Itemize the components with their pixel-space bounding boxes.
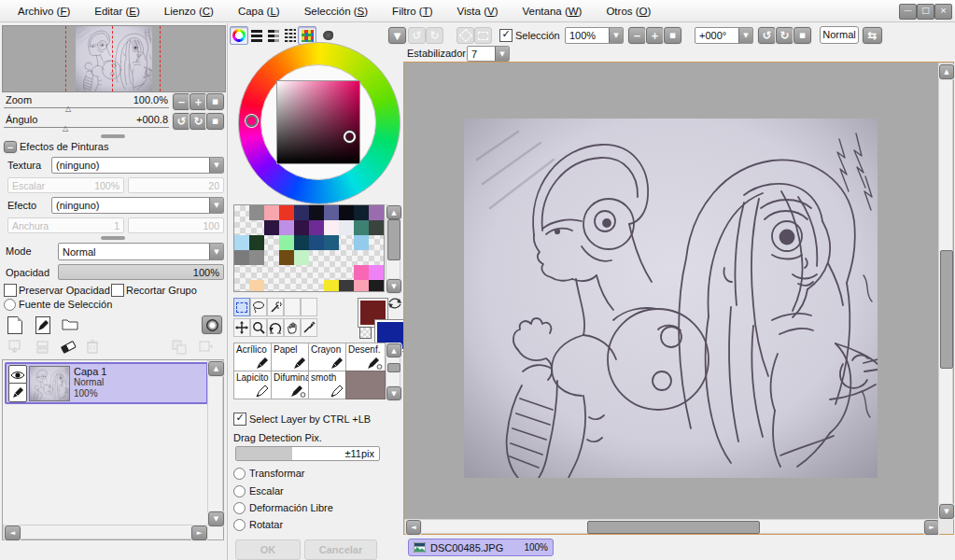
document-tab[interactable]: DSC00485.JPG 100% [408,539,554,556]
color-swatch[interactable] [369,205,384,220]
chevron-down-icon[interactable]: ▼ [495,47,509,61]
hue-cursor[interactable] [246,115,258,127]
chevron-down-icon[interactable]: ▼ [609,28,623,43]
empty-swatch[interactable] [294,280,309,292]
empty-swatch[interactable] [264,280,279,292]
empty-swatch[interactable] [369,250,384,265]
color-swatch[interactable] [279,205,294,220]
nav-rotate-ccw-button[interactable]: ↺ [173,113,190,130]
empty-swatch[interactable] [249,220,264,235]
color-swatch[interactable] [294,205,309,220]
view-mode-button[interactable]: Normal [820,26,859,44]
transfer-down-button[interactable] [7,340,22,357]
layer-opacity-slider[interactable]: 100% [58,264,224,280]
color-swatch[interactable] [294,235,309,250]
scroll-right-button[interactable]: ► [191,525,207,540]
nav-zoom-in-button[interactable]: + [190,93,207,110]
color-swatch[interactable] [324,280,339,292]
scroll-left-button[interactable]: ◄ [5,525,21,540]
empty-swatch[interactable] [324,250,339,265]
empty-swatch[interactable] [309,265,324,280]
clipping-group-checkbox[interactable] [111,284,124,297]
slider-marker-icon[interactable]: △ [63,124,68,133]
menu-otros[interactable]: Otros (O) [594,0,663,22]
tool-zoom[interactable] [250,318,267,337]
tool-rect-select[interactable] [233,298,250,316]
color-swatch[interactable] [234,250,249,265]
brush-difumina[interactable]: Difumina [271,371,309,399]
navigator[interactable] [2,25,226,92]
swap-colors-icon[interactable] [387,297,402,310]
empty-swatch[interactable] [324,265,339,280]
color-swatch[interactable] [279,220,294,235]
color-swatch[interactable] [249,280,264,292]
chevron-down-icon[interactable]: ▼ [738,28,752,43]
layer-edit-button[interactable] [8,383,27,402]
color-swatch[interactable] [354,220,369,235]
brush-empty-slot[interactable] [345,371,386,399]
empty-swatch[interactable] [249,265,264,280]
empty-swatch[interactable] [279,265,294,280]
color-swatch[interactable] [249,250,264,265]
menu-editar[interactable]: Editar (E) [82,0,152,22]
scroll-right-button[interactable]: ► [924,520,939,535]
color-swatch[interactable] [309,220,324,235]
preserve-opacity-checkbox[interactable] [4,284,17,297]
empty-swatch[interactable] [234,280,249,292]
navigator-zoom-slider[interactable] [4,107,169,108]
color-swatch[interactable] [234,235,249,250]
empty-swatch[interactable] [234,265,249,280]
zoom-reset-button[interactable]: ■ [664,27,681,44]
selection-visibility-checkbox[interactable]: ✓ [499,29,513,42]
drag-detection-slider[interactable]: ±11pix [235,446,380,461]
panel-resize-handle[interactable] [101,236,125,240]
color-swatch[interactable] [354,235,369,250]
cancel-button[interactable]: Cancelar [304,539,377,560]
scale-radio[interactable] [233,485,246,497]
chevron-down-icon[interactable]: ▼ [209,158,223,173]
brush-papel[interactable]: Papel [271,343,309,371]
effect-combo[interactable]: (ninguno) ▼ [51,197,224,214]
empty-swatch[interactable] [264,265,279,280]
color-swatch[interactable] [354,205,369,220]
new-lineart-layer-button[interactable] [35,316,50,334]
color-swatch[interactable] [249,205,264,220]
layer-visibility-button[interactable] [8,365,27,385]
hsv-sliders-toggle[interactable] [264,26,283,45]
scroll-up-button[interactable]: ▲ [939,64,954,79]
menu-archivo[interactable]: Archivo (F) [6,0,82,22]
color-wheel-panel-toggle[interactable] [230,26,248,45]
empty-swatch[interactable] [309,280,324,292]
zoom-out-button[interactable]: − [628,27,646,44]
chevron-down-icon[interactable]: ▼ [209,244,223,259]
new-folder-button[interactable] [62,316,78,333]
color-swatch[interactable] [354,265,369,280]
layer-row-capa1[interactable]: Capa 1 Normal 100% [5,362,208,404]
merge-down-button[interactable] [35,340,50,357]
rotate-ccw-button[interactable]: ↺ [758,27,776,44]
scroll-down-button[interactable]: ▼ [386,279,401,293]
scroll-up-button[interactable]: ▲ [386,343,401,357]
minimize-button[interactable]: — [899,4,917,20]
scrollbar-thumb[interactable] [387,363,400,372]
menu-capa[interactable]: Capa (L) [226,0,292,22]
empty-swatch[interactable] [294,265,309,280]
swatch-vscrollbar[interactable]: ▲ ▼ [386,204,400,292]
scrollbar-thumb[interactable] [387,219,400,260]
tool-empty-slot[interactable] [301,298,317,316]
zoom-in-button[interactable]: + [646,27,664,44]
undo-button[interactable]: ↺ [408,27,426,44]
canvas-viewport[interactable] [404,63,938,519]
color-swatch[interactable] [309,205,324,220]
brush-crayon[interactable]: Crayon [308,343,346,371]
empty-swatch[interactable] [339,250,354,265]
ok-button[interactable]: OK [235,539,301,560]
color-swatch[interactable] [339,280,354,292]
color-swatch[interactable] [294,250,309,265]
transparent-color-toggle[interactable] [359,327,372,339]
color-swatch[interactable] [279,235,294,250]
tool-lasso[interactable] [250,298,267,316]
canvas-hscrollbar[interactable]: ◄ ► [404,519,938,534]
brush-smoth[interactable]: smoth [308,371,346,399]
color-swatch[interactable] [354,280,369,292]
